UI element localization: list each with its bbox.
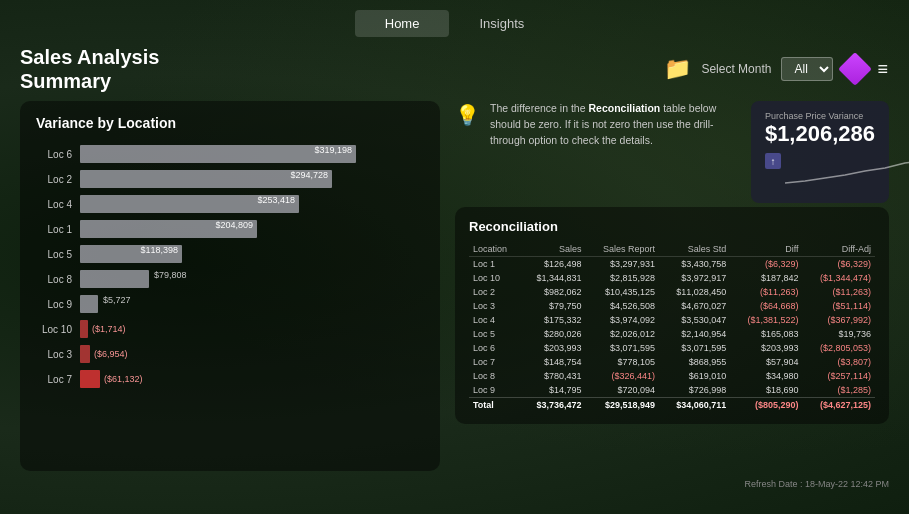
bar-row: Loc 1$204,809	[36, 220, 424, 238]
right-panel: 💡 The difference in the Reconciliation t…	[455, 101, 889, 471]
bar-container: ($61,132)	[80, 370, 424, 388]
recon-cell: $2,140,954	[659, 327, 730, 341]
recon-cell: ($4,627,125)	[803, 398, 875, 413]
bar-label: Loc 8	[36, 274, 72, 285]
recon-cell: $57,904	[730, 355, 802, 369]
diamond-icon[interactable]	[839, 52, 873, 86]
bar-container: ($6,954)	[80, 345, 424, 363]
recon-cell: Loc 1	[469, 257, 521, 272]
page-title: Sales Analysis Summary	[20, 45, 159, 93]
bar-fill	[80, 370, 100, 388]
recon-cell: $34,980	[730, 369, 802, 383]
recon-row: Loc 6$203,993$3,071,595$3,071,595$203,99…	[469, 341, 875, 355]
bar-value: $118,398	[140, 245, 178, 255]
recon-cell: Loc 9	[469, 383, 521, 398]
recon-table: LocationSalesSales ReportSales StdDiffDi…	[469, 242, 875, 412]
recon-cell: ($64,668)	[730, 299, 802, 313]
header-controls: 📁 Select Month All ≡	[664, 56, 889, 82]
recon-row: Loc 2$982,062$10,435,125$11,028,450($11,…	[469, 285, 875, 299]
bar-container: $118,398	[80, 245, 424, 263]
bar-label: Loc 9	[36, 299, 72, 310]
bar-value: $79,808	[154, 270, 494, 280]
recon-cell: $203,993	[521, 341, 586, 355]
top-right-area: 💡 The difference in the Reconciliation t…	[455, 101, 889, 195]
recon-cell: $982,062	[521, 285, 586, 299]
bar-container: $253,418	[80, 195, 424, 213]
bar-container: $79,808	[80, 270, 424, 288]
ppv-amount: $1,206,286	[765, 121, 875, 147]
bar-fill: $118,398	[80, 245, 182, 263]
recon-cell: Loc 6	[469, 341, 521, 355]
recon-cell: $126,498	[521, 257, 586, 272]
recon-cell: ($1,344,474)	[803, 271, 875, 285]
bar-row: Loc 6$319,198	[36, 145, 424, 163]
bar-label: Loc 10	[36, 324, 72, 335]
recon-col-header: Sales Std	[659, 242, 730, 257]
recon-cell: Total	[469, 398, 521, 413]
bar-row: Loc 4$253,418	[36, 195, 424, 213]
recon-cell: ($1,285)	[803, 383, 875, 398]
recon-col-header: Diff	[730, 242, 802, 257]
recon-cell: Loc 5	[469, 327, 521, 341]
recon-title: Reconciliation	[469, 219, 875, 234]
menu-icon[interactable]: ≡	[877, 59, 889, 80]
tab-insights[interactable]: Insights	[449, 10, 554, 37]
recon-col-header: Diff-Adj	[803, 242, 875, 257]
tab-home[interactable]: Home	[355, 10, 450, 37]
recon-cell: $280,026	[521, 327, 586, 341]
bar-container: $204,809	[80, 220, 424, 238]
ppv-card: Purchase Price Variance $1,206,286 ↑	[751, 101, 889, 203]
recon-cell: $726,998	[659, 383, 730, 398]
recon-cell: ($6,329)	[803, 257, 875, 272]
recon-cell: $3,972,917	[659, 271, 730, 285]
recon-row: Total$3,736,472$29,518,949$34,060,711($8…	[469, 398, 875, 413]
recon-cell: ($805,290)	[730, 398, 802, 413]
reconciliation-panel: Reconciliation LocationSalesSales Report…	[455, 207, 889, 424]
refresh-date: Refresh Date : 18-May-22 12:42 PM	[0, 475, 909, 493]
bar-container: $5,727	[80, 295, 424, 313]
recon-cell: $2,815,928	[586, 271, 660, 285]
bar-label: Loc 3	[36, 349, 72, 360]
recon-cell: ($51,114)	[803, 299, 875, 313]
recon-cell: ($11,263)	[803, 285, 875, 299]
bar-fill	[80, 270, 149, 288]
bar-value: $294,728	[290, 170, 328, 180]
bar-row: Loc 10($1,714)	[36, 320, 424, 338]
recon-cell: $3,974,092	[586, 313, 660, 327]
bar-value: ($61,132)	[104, 374, 143, 384]
bar-fill	[80, 320, 88, 338]
bar-fill	[80, 345, 90, 363]
month-select[interactable]: All	[781, 57, 833, 81]
recon-row: Loc 10$1,344,831$2,815,928$3,972,917$187…	[469, 271, 875, 285]
insight-text: The difference in the Reconciliation tab…	[490, 101, 737, 148]
recon-cell: Loc 7	[469, 355, 521, 369]
recon-col-header: Location	[469, 242, 521, 257]
bar-fill: $294,728	[80, 170, 332, 188]
bar-value: ($1,714)	[92, 324, 126, 334]
recon-cell: $780,431	[521, 369, 586, 383]
recon-cell: $203,993	[730, 341, 802, 355]
bar-label: Loc 4	[36, 199, 72, 210]
bar-row: Loc 7($61,132)	[36, 370, 424, 388]
recon-cell: Loc 4	[469, 313, 521, 327]
bar-value: $5,727	[103, 295, 494, 305]
bar-row: Loc 5$118,398	[36, 245, 424, 263]
recon-cell: ($1,381,522)	[730, 313, 802, 327]
recon-cell: $3,297,931	[586, 257, 660, 272]
bar-label: Loc 1	[36, 224, 72, 235]
bar-value: $204,809	[215, 220, 253, 230]
recon-cell: $19,736	[803, 327, 875, 341]
recon-cell: $175,332	[521, 313, 586, 327]
recon-cell: $720,094	[586, 383, 660, 398]
recon-cell: $165,083	[730, 327, 802, 341]
folder-icon: 📁	[664, 56, 691, 82]
recon-cell: $187,842	[730, 271, 802, 285]
bar-label: Loc 2	[36, 174, 72, 185]
bar-value: $253,418	[257, 195, 295, 205]
bar-value: ($6,954)	[94, 349, 128, 359]
bar-label: Loc 6	[36, 149, 72, 160]
recon-cell: $619,010	[659, 369, 730, 383]
recon-cell: $3,071,595	[659, 341, 730, 355]
recon-cell: $11,028,450	[659, 285, 730, 299]
bulb-icon: 💡	[455, 103, 480, 127]
